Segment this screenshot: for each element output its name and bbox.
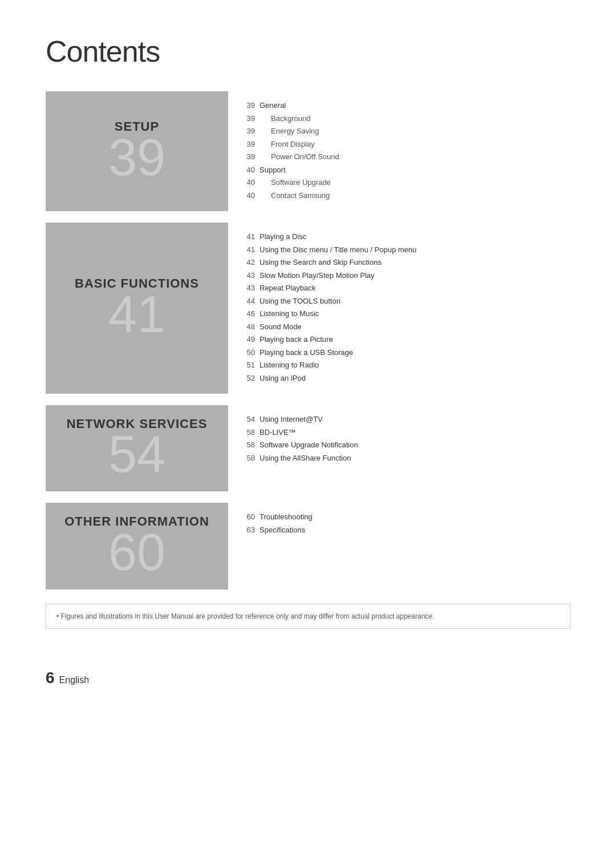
toc-entry-text: Power On/Off Sound [260,151,556,163]
section-network-services: NETWORK SERVICES5454Using Internet@TV58B… [46,405,570,491]
toc-entry: 40Contact Samsung [242,190,556,201]
toc-entry: 43Slow Motion Play/Step Motion Play [242,270,556,281]
toc-page-number: 44 [242,296,260,307]
toc-entry-text: General [260,100,556,111]
toc-page-number: 58 [242,439,260,451]
toc-page-number: 39 [242,100,260,111]
toc-entry: 39Background [242,113,556,124]
toc-entry: 39General [242,100,556,111]
toc-page-number: 48 [242,321,260,333]
footnote: • Figures and illustrations in this User… [46,604,570,629]
toc-entry-text: Software Upgrade Notification [260,439,556,451]
toc-page-number: 40 [242,177,260,188]
toc-entry-text: Listening to Radio [260,360,556,371]
toc-entry-text: Using an iPod [260,373,556,384]
toc-entry: 51Listening to Radio [242,360,556,371]
toc-entry: 50Playing back a USB Storage [242,347,556,358]
toc-entry: 41Using the Disc menu / Title menu / Pop… [242,244,556,256]
toc-entry-text: Front Display [260,139,556,150]
toc-page-number: 39 [242,151,260,163]
toc-entry: 60Troubleshooting [242,511,556,523]
toc-entry-text: Contact Samsung [260,190,556,201]
section-setup: SETUP3939General39Background39Energy Sav… [46,91,570,211]
toc-page-number: 63 [242,524,260,536]
toc-sections: SETUP3939General39Background39Energy Sav… [46,91,570,589]
toc-entry: 39Power On/Off Sound [242,151,556,163]
footer-page-number: 6 [46,669,55,687]
toc-entry-text: Using the Search and Skip Functions [260,257,556,268]
toc-entry: 39Energy Saving [242,126,556,137]
toc-entry: 48Sound Mode [242,321,556,333]
toc-page-number: 40 [242,190,260,201]
toc-page-number: 58 [242,427,260,438]
toc-entry-text: Repeat Playback [260,282,556,294]
toc-page-number: 52 [242,373,260,384]
toc-page-number: 41 [242,231,260,243]
section-number-basic-functions: 41 [108,289,165,340]
section-other-information: OTHER INFORMATION6060Troubleshooting63Sp… [46,503,570,589]
section-number-setup: 39 [108,132,165,183]
toc-page-number: 49 [242,334,260,345]
toc-page-number: 50 [242,347,260,358]
toc-page-number: 58 [242,453,260,464]
toc-entry: 58Using the AllShare Function [242,453,556,464]
section-content-other-information: 60Troubleshooting63Specifications [228,503,570,589]
section-content-network-services: 54Using Internet@TV58BD-LIVE™58Software … [228,405,570,491]
toc-page-number: 39 [242,126,260,137]
toc-entry: 52Using an iPod [242,373,556,384]
toc-entry-text: Slow Motion Play/Step Motion Play [260,270,556,281]
toc-entry-text: Playing back a Picture [260,334,556,345]
toc-page-number: 43 [242,282,260,294]
toc-entry-text: Using the AllShare Function [260,453,556,464]
toc-entry-text: Sound Mode [260,321,556,333]
section-number-network-services: 54 [108,429,165,480]
toc-entry: 44Using the TOOLS button [242,296,556,307]
toc-page-number: 39 [242,139,260,150]
toc-entry: 40Support [242,164,556,176]
toc-entry: 41Playing a Disc [242,231,556,243]
toc-page-number: 42 [242,257,260,268]
toc-entry: 39Front Display [242,139,556,150]
toc-entry-text: Listening to Music [260,308,556,320]
toc-entry-text: Playing a Disc [260,231,556,243]
toc-entry-text: Background [260,113,556,124]
toc-entry: 54Using Internet@TV [242,414,556,425]
toc-entry-text: Using Internet@TV [260,414,556,425]
toc-entry-text: Using the TOOLS button [260,296,556,307]
section-content-setup: 39General39Background39Energy Saving39Fr… [228,91,570,211]
toc-entry: 40Software Upgrade [242,177,556,188]
toc-entry: 58Software Upgrade Notification [242,439,556,451]
toc-page-number: 60 [242,511,260,523]
toc-page-number: 46 [242,308,260,320]
toc-entry: 63Specifications [242,524,556,536]
toc-entry: 58BD-LIVE™ [242,427,556,438]
toc-entry-text: Using the Disc menu / Title menu / Popup… [260,244,556,256]
footer-language: English [59,675,89,685]
toc-page-number: 39 [242,113,260,124]
section-content-basic-functions: 41Playing a Disc41Using the Disc menu / … [228,223,570,394]
toc-entry: 42Using the Search and Skip Functions [242,257,556,268]
section-label-setup: SETUP39 [46,91,228,211]
footer: 6 English [46,663,570,687]
toc-page-number: 41 [242,244,260,256]
toc-entry-text: Software Upgrade [260,177,556,188]
toc-entry-text: Support [260,164,556,176]
page-title: Contents [46,34,570,68]
toc-entry-text: Energy Saving [260,126,556,137]
toc-page-number: 40 [242,164,260,176]
toc-entry: 46Listening to Music [242,308,556,320]
toc-entry-text: Troubleshooting [260,511,556,523]
toc-entry: 49Playing back a Picture [242,334,556,345]
section-label-network-services: NETWORK SERVICES54 [46,405,228,491]
section-basic-functions: BASIC FUNCTIONS4141Playing a Disc41Using… [46,223,570,394]
toc-entry-text: Playing back a USB Storage [260,347,556,358]
toc-entry: 43Repeat Playback [242,282,556,294]
toc-page-number: 54 [242,414,260,425]
section-number-other-information: 60 [108,527,165,578]
section-label-other-information: OTHER INFORMATION60 [46,503,228,589]
toc-entry-text: BD-LIVE™ [260,427,556,438]
toc-page-number: 43 [242,270,260,281]
section-label-basic-functions: BASIC FUNCTIONS41 [46,223,228,394]
toc-page-number: 51 [242,360,260,371]
toc-entry-text: Specifications [260,524,556,536]
